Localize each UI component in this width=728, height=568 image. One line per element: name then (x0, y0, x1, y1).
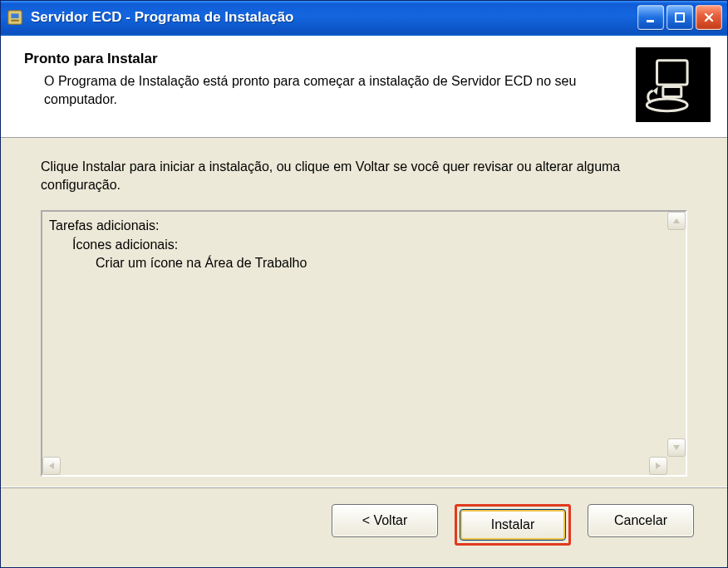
svg-rect-3 (647, 20, 654, 22)
install-button[interactable]: Instalar (460, 509, 566, 541)
close-button[interactable] (696, 5, 722, 30)
horizontal-scrollbar[interactable] (42, 457, 686, 475)
svg-marker-11 (673, 445, 680, 450)
summary-line: Criar um ícone na Área de Trabalho (49, 254, 661, 272)
scroll-up-button[interactable] (667, 212, 686, 230)
scroll-down-button[interactable] (667, 438, 686, 457)
install-highlight: Instalar (455, 504, 571, 546)
scroll-track[interactable] (61, 457, 649, 475)
vertical-scrollbar[interactable] (667, 212, 686, 457)
scroll-right-button[interactable] (649, 457, 667, 475)
svg-marker-12 (49, 463, 54, 469)
wizard-body: Clique Instalar para iniciar a instalaçã… (1, 138, 727, 487)
wizard-footer: < Voltar Instalar Cancelar (1, 487, 727, 567)
summary-text: Tarefas adicionais: Ícones adicionais: C… (42, 212, 667, 457)
instructions-text: Clique Instalar para iniciar a instalaçã… (41, 158, 687, 193)
installer-window: Servidor ECD - Programa de Instalação Pr… (0, 0, 728, 568)
summary-line: Tarefas adicionais: (49, 217, 661, 235)
cancel-button[interactable]: Cancelar (588, 504, 694, 537)
header-text-block: Pronto para Instalar O Programa de Insta… (24, 47, 622, 108)
maximize-button[interactable] (667, 5, 693, 30)
svg-rect-4 (676, 13, 684, 22)
svg-marker-13 (656, 463, 661, 469)
page-title: Pronto para Instalar (24, 51, 622, 67)
svg-rect-1 (11, 13, 18, 18)
summary-box: Tarefas adicionais: Ícones adicionais: C… (41, 210, 687, 477)
titlebar[interactable]: Servidor ECD - Programa de Instalação (1, 1, 727, 34)
window-controls (637, 5, 724, 30)
wizard-header: Pronto para Instalar O Programa de Insta… (1, 34, 727, 138)
svg-rect-2 (11, 20, 18, 22)
scroll-track[interactable] (667, 230, 686, 438)
back-button[interactable]: < Voltar (332, 504, 438, 537)
scroll-corner (667, 457, 686, 475)
scroll-left-button[interactable] (42, 457, 61, 475)
summary-line: Ícones adicionais: (49, 236, 661, 254)
installer-icon (6, 8, 24, 27)
minimize-button[interactable] (637, 5, 664, 30)
svg-marker-10 (673, 218, 680, 223)
window-title: Servidor ECD - Programa de Instalação (31, 9, 637, 26)
page-subtitle: O Programa de Instalação está pronto par… (44, 72, 622, 108)
computer-install-icon (636, 47, 711, 122)
